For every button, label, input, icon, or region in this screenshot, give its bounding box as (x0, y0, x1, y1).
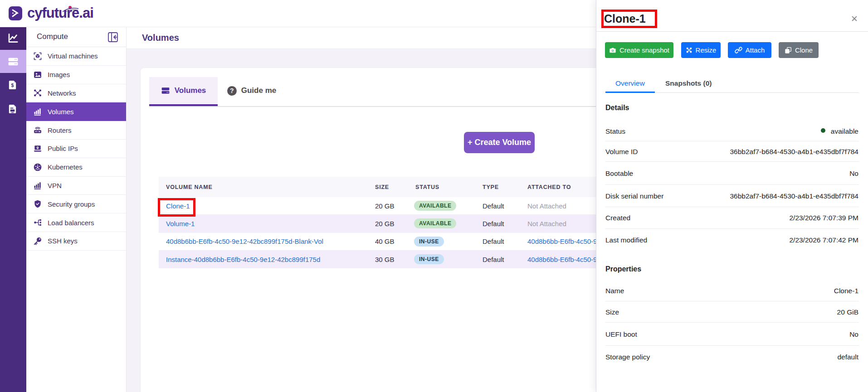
svg-text:$: $ (11, 82, 14, 88)
